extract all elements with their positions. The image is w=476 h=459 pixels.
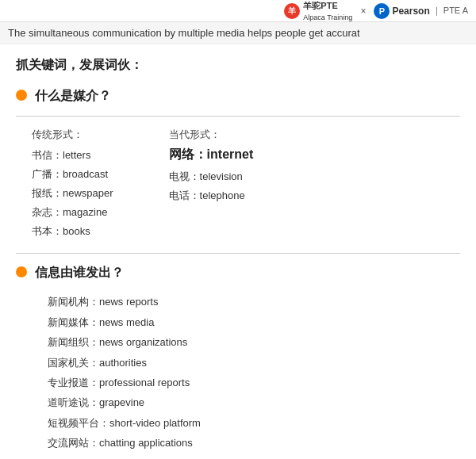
- pearson-logo: P Pearson ｜ PTE A: [374, 3, 468, 19]
- forms-table: 传统形式： 书信：letters 广播：broadcast 报纸：newspap…: [32, 128, 460, 240]
- pearson-text: Pearson: [392, 6, 429, 17]
- modern-highlight: 网络：internet: [169, 147, 254, 163]
- info-item-0: 新闻机构：news reports: [48, 293, 460, 311]
- section-title: 抓关键词，发展词伙：: [16, 57, 460, 74]
- modern-label: 当代形式：: [169, 128, 254, 142]
- pearson-icon: P: [374, 3, 390, 19]
- trad-item-1: 广播：broadcast: [32, 166, 113, 183]
- bullet-dot-2: [16, 266, 27, 277]
- info-item-5: 道听途说：grapevine: [48, 393, 460, 411]
- header-bar: 羊 羊驼PTE Alpaca Training × P Pearson ｜ PT…: [0, 0, 476, 22]
- divider-2: [16, 253, 460, 254]
- question2-text: 信息由谁发出？: [35, 265, 124, 281]
- logo-area: 羊 羊驼PTE Alpaca Training × P Pearson ｜ PT…: [284, 0, 468, 21]
- pte-text: ｜ PTE A: [432, 5, 468, 17]
- trad-item-0: 书信：letters: [32, 147, 113, 164]
- info-item-1: 新闻媒体：news media: [48, 313, 460, 331]
- trad-item-2: 报纸：newspaper: [32, 185, 113, 202]
- trad-item-3: 杂志：magazine: [32, 204, 113, 221]
- bullet-dot-1: [16, 90, 27, 101]
- alpaca-icon: 羊: [284, 3, 300, 19]
- main-content: 抓关键词，发展词伙： 什么是媒介？ 传统形式： 书信：letters 广播：br…: [0, 44, 476, 459]
- modern-item-0: 电视：television: [169, 168, 254, 186]
- alpaca-brand-text: 羊驼PTE Alpaca Training: [303, 0, 352, 21]
- question1-block: 什么是媒介？: [16, 88, 460, 105]
- info-item-3: 国家机关：authorities: [48, 354, 460, 372]
- traditional-column: 传统形式： 书信：letters 广播：broadcast 报纸：newspap…: [32, 128, 113, 240]
- question2-block: 信息由谁发出？: [16, 265, 460, 281]
- question1-text: 什么是媒介？: [35, 88, 111, 105]
- cross-sign: ×: [360, 6, 366, 17]
- info-item-2: 新闻组织：news organizations: [48, 333, 460, 351]
- info-item-7: 交流网站：chatting applications: [48, 434, 460, 452]
- modern-item-1: 电话：telephone: [169, 187, 254, 205]
- trad-item-4: 书本：books: [32, 223, 113, 240]
- info-item-4: 专业报道：professional reports: [48, 373, 460, 392]
- info-item-6: 短视频平台：short-video platform: [48, 414, 460, 432]
- alpaca-logo: 羊 羊驼PTE Alpaca Training: [284, 0, 352, 21]
- info-list: 新闻机构：news reports 新闻媒体：news media 新闻组织：n…: [48, 293, 460, 452]
- traditional-label: 传统形式：: [32, 128, 113, 142]
- divider-1: [16, 116, 460, 117]
- modern-column: 当代形式： 网络：internet 电视：television 电话：telep…: [169, 128, 254, 240]
- banner: The simultaneous communication by multip…: [0, 22, 476, 44]
